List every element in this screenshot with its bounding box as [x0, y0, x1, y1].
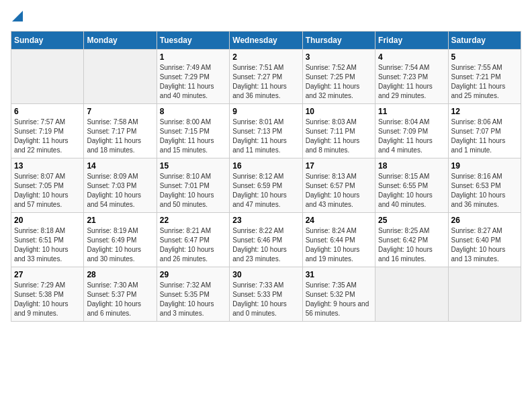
logo: [11, 11, 23, 24]
day-number: 18: [378, 161, 445, 171]
day-info: Sunrise: 7:29 AM Sunset: 5:38 PM Dayligh…: [14, 281, 81, 318]
day-info: Sunrise: 8:07 AM Sunset: 7:05 PM Dayligh…: [14, 172, 81, 210]
calendar-cell: [448, 267, 521, 322]
day-info: Sunrise: 7:51 AM Sunset: 7:27 PM Dayligh…: [232, 63, 299, 101]
day-number: 14: [87, 161, 153, 171]
day-info: Sunrise: 7:30 AM Sunset: 5:37 PM Dayligh…: [87, 281, 153, 318]
logo-arrow-icon: [12, 11, 23, 24]
calendar-cell: 5Sunrise: 7:55 AM Sunset: 7:21 PM Daylig…: [448, 50, 521, 104]
svg-marker-0: [12, 11, 23, 21]
calendar-cell: 30Sunrise: 7:33 AM Sunset: 5:33 PM Dayli…: [230, 267, 302, 322]
calendar-cell: 10Sunrise: 8:03 AM Sunset: 7:11 PM Dayli…: [302, 104, 375, 158]
calendar-cell: 27Sunrise: 7:29 AM Sunset: 5:38 PM Dayli…: [11, 267, 84, 322]
calendar-cell: 29Sunrise: 7:32 AM Sunset: 5:35 PM Dayli…: [157, 267, 229, 322]
calendar-cell: 18Sunrise: 8:15 AM Sunset: 6:55 PM Dayli…: [375, 158, 448, 213]
day-info: Sunrise: 7:58 AM Sunset: 7:17 PM Dayligh…: [87, 118, 153, 155]
calendar-cell: 4Sunrise: 7:54 AM Sunset: 7:23 PM Daylig…: [375, 50, 448, 104]
calendar-cell: 1Sunrise: 7:49 AM Sunset: 7:29 PM Daylig…: [157, 50, 229, 104]
calendar-cell: 26Sunrise: 8:27 AM Sunset: 6:40 PM Dayli…: [448, 213, 521, 267]
day-info: Sunrise: 8:01 AM Sunset: 7:13 PM Dayligh…: [232, 118, 299, 155]
day-number: 10: [306, 107, 372, 116]
calendar-cell: 17Sunrise: 8:13 AM Sunset: 6:57 PM Dayli…: [302, 158, 375, 213]
day-number: 25: [378, 216, 445, 225]
day-number: 1: [160, 52, 226, 62]
day-number: 27: [14, 270, 81, 279]
calendar-cell: 14Sunrise: 8:09 AM Sunset: 7:03 PM Dayli…: [84, 158, 157, 213]
day-info: Sunrise: 8:15 AM Sunset: 6:55 PM Dayligh…: [378, 172, 445, 210]
day-number: 29: [160, 270, 226, 279]
day-number: 30: [232, 270, 299, 279]
day-info: Sunrise: 8:19 AM Sunset: 6:49 PM Dayligh…: [87, 226, 153, 264]
calendar-cell: [375, 267, 448, 322]
calendar-week-4: 20Sunrise: 8:18 AM Sunset: 6:51 PM Dayli…: [11, 213, 521, 267]
day-info: Sunrise: 8:27 AM Sunset: 6:40 PM Dayligh…: [451, 226, 518, 264]
day-info: Sunrise: 7:57 AM Sunset: 7:19 PM Dayligh…: [14, 118, 81, 155]
day-info: Sunrise: 8:13 AM Sunset: 6:57 PM Dayligh…: [306, 172, 372, 210]
day-info: Sunrise: 7:54 AM Sunset: 7:23 PM Dayligh…: [378, 63, 445, 101]
page-header: [11, 11, 521, 24]
day-header-sunday: Sunday: [11, 32, 84, 50]
day-info: Sunrise: 8:16 AM Sunset: 6:53 PM Dayligh…: [451, 172, 518, 210]
calendar-cell: 20Sunrise: 8:18 AM Sunset: 6:51 PM Dayli…: [11, 213, 84, 267]
day-info: Sunrise: 8:00 AM Sunset: 7:15 PM Dayligh…: [160, 118, 226, 155]
day-header-thursday: Thursday: [302, 32, 375, 50]
day-number: 15: [160, 161, 226, 171]
calendar-cell: 23Sunrise: 8:22 AM Sunset: 6:46 PM Dayli…: [230, 213, 302, 267]
day-info: Sunrise: 8:09 AM Sunset: 7:03 PM Dayligh…: [87, 172, 153, 210]
day-number: 7: [87, 107, 153, 116]
calendar-week-3: 13Sunrise: 8:07 AM Sunset: 7:05 PM Dayli…: [11, 158, 521, 213]
day-number: 26: [451, 216, 518, 225]
day-number: 21: [87, 216, 153, 225]
day-number: 24: [306, 216, 372, 225]
day-info: Sunrise: 8:18 AM Sunset: 6:51 PM Dayligh…: [14, 226, 81, 264]
calendar-cell: 7Sunrise: 7:58 AM Sunset: 7:17 PM Daylig…: [84, 104, 157, 158]
day-info: Sunrise: 8:03 AM Sunset: 7:11 PM Dayligh…: [306, 118, 372, 155]
day-number: 12: [451, 107, 518, 116]
day-info: Sunrise: 8:12 AM Sunset: 6:59 PM Dayligh…: [232, 172, 299, 210]
calendar-cell: 31Sunrise: 7:35 AM Sunset: 5:32 PM Dayli…: [302, 267, 375, 322]
day-number: 16: [232, 161, 299, 171]
day-info: Sunrise: 8:22 AM Sunset: 6:46 PM Dayligh…: [232, 226, 299, 264]
day-header-friday: Friday: [375, 32, 448, 50]
day-info: Sunrise: 8:25 AM Sunset: 6:42 PM Dayligh…: [378, 226, 445, 264]
day-number: 19: [451, 161, 518, 171]
day-number: 11: [378, 107, 445, 116]
day-number: 28: [87, 270, 153, 279]
calendar-cell: 25Sunrise: 8:25 AM Sunset: 6:42 PM Dayli…: [375, 213, 448, 267]
day-header-monday: Monday: [84, 32, 157, 50]
day-number: 9: [232, 107, 299, 116]
day-info: Sunrise: 8:06 AM Sunset: 7:07 PM Dayligh…: [451, 118, 518, 155]
day-number: 3: [306, 52, 372, 62]
day-info: Sunrise: 7:32 AM Sunset: 5:35 PM Dayligh…: [160, 281, 226, 318]
day-info: Sunrise: 7:35 AM Sunset: 5:32 PM Dayligh…: [306, 281, 372, 318]
calendar-cell: 24Sunrise: 8:24 AM Sunset: 6:44 PM Dayli…: [302, 213, 375, 267]
calendar-cell: 12Sunrise: 8:06 AM Sunset: 7:07 PM Dayli…: [448, 104, 521, 158]
calendar-cell: 9Sunrise: 8:01 AM Sunset: 7:13 PM Daylig…: [230, 104, 302, 158]
calendar-week-1: 1Sunrise: 7:49 AM Sunset: 7:29 PM Daylig…: [11, 50, 521, 104]
day-info: Sunrise: 7:49 AM Sunset: 7:29 PM Dayligh…: [160, 63, 226, 101]
calendar-cell: 2Sunrise: 7:51 AM Sunset: 7:27 PM Daylig…: [230, 50, 302, 104]
day-header-saturday: Saturday: [448, 32, 521, 50]
day-info: Sunrise: 8:10 AM Sunset: 7:01 PM Dayligh…: [160, 172, 226, 210]
day-number: 20: [14, 216, 81, 225]
day-info: Sunrise: 8:21 AM Sunset: 6:47 PM Dayligh…: [160, 226, 226, 264]
calendar-cell: 13Sunrise: 8:07 AM Sunset: 7:05 PM Dayli…: [11, 158, 84, 213]
day-number: 2: [232, 52, 299, 62]
day-header-tuesday: Tuesday: [157, 32, 229, 50]
day-number: 8: [160, 107, 226, 116]
calendar-table: SundayMondayTuesdayWednesdayThursdayFrid…: [11, 31, 521, 322]
calendar-week-2: 6Sunrise: 7:57 AM Sunset: 7:19 PM Daylig…: [11, 104, 521, 158]
calendar-cell: [11, 50, 84, 104]
calendar-header-row: SundayMondayTuesdayWednesdayThursdayFrid…: [11, 32, 521, 50]
day-info: Sunrise: 7:52 AM Sunset: 7:25 PM Dayligh…: [306, 63, 372, 101]
day-info: Sunrise: 8:24 AM Sunset: 6:44 PM Dayligh…: [306, 226, 372, 264]
day-number: 5: [451, 52, 518, 62]
calendar-cell: 15Sunrise: 8:10 AM Sunset: 7:01 PM Dayli…: [157, 158, 229, 213]
calendar-cell: 28Sunrise: 7:30 AM Sunset: 5:37 PM Dayli…: [84, 267, 157, 322]
day-header-wednesday: Wednesday: [230, 32, 302, 50]
calendar-cell: 8Sunrise: 8:00 AM Sunset: 7:15 PM Daylig…: [157, 104, 229, 158]
day-info: Sunrise: 7:33 AM Sunset: 5:33 PM Dayligh…: [232, 281, 299, 318]
calendar-cell: 22Sunrise: 8:21 AM Sunset: 6:47 PM Dayli…: [157, 213, 229, 267]
calendar-cell: 6Sunrise: 7:57 AM Sunset: 7:19 PM Daylig…: [11, 104, 84, 158]
calendar-cell: 16Sunrise: 8:12 AM Sunset: 6:59 PM Dayli…: [230, 158, 302, 213]
